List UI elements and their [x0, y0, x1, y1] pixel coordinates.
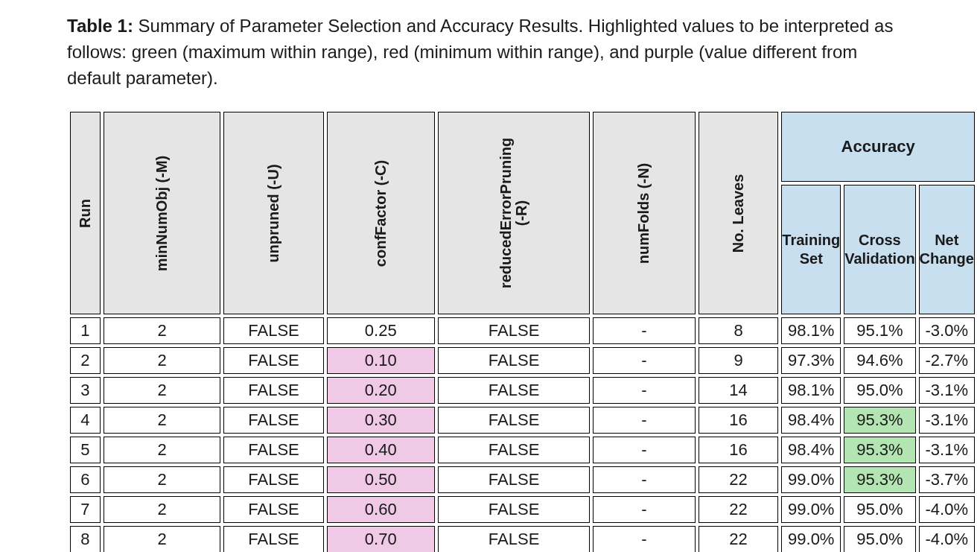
cell-minnumobj: 2 [104, 437, 221, 463]
cell-net-change: -4.0% [919, 526, 975, 552]
cell-training-set: 98.4% [781, 407, 841, 434]
cell-reducederrorpruning: FALSE [438, 437, 590, 463]
table-row: 52FALSE0.40FALSE-1698.4%95.3%-3.1% [70, 437, 975, 463]
cell-conffactor: 0.60 [327, 496, 435, 523]
cell-run: 7 [70, 496, 101, 523]
cell-numfolds: - [593, 347, 696, 374]
cell-unpruned: FALSE [223, 347, 323, 374]
cell-minnumobj: 2 [104, 317, 221, 344]
col-cross-validation: CrossValidation [844, 185, 915, 314]
cell-cross-validation: 95.0% [844, 526, 915, 552]
cell-training-set: 98.4% [781, 437, 841, 463]
cell-minnumobj: 2 [104, 496, 221, 523]
cell-reducederrorpruning: FALSE [438, 466, 590, 493]
cell-unpruned: FALSE [223, 407, 323, 434]
cell-net-change: -3.0% [919, 317, 975, 344]
col-unpruned: unpruned (-U) [223, 112, 323, 314]
cell-net-change: -3.7% [919, 466, 975, 493]
table-row: 82FALSE0.70FALSE-2299.0%95.0%-4.0% [70, 526, 975, 552]
table-body: 12FALSE0.25FALSE-898.1%95.1%-3.0%22FALSE… [70, 317, 975, 552]
cell-training-set: 99.0% [781, 496, 841, 523]
cell-no-leaves: 22 [699, 526, 779, 552]
col-accuracy-group: Accuracy [781, 112, 975, 182]
cell-minnumobj: 2 [104, 377, 221, 404]
col-minnumobj: minNumObj (-M) [104, 112, 221, 314]
cell-reducederrorpruning: FALSE [438, 526, 590, 552]
table-row: 22FALSE0.10FALSE-997.3%94.6%-2.7% [70, 347, 975, 374]
cell-conffactor: 0.70 [327, 526, 435, 552]
cell-reducederrorpruning: FALSE [438, 496, 590, 523]
cell-minnumobj: 2 [104, 526, 221, 552]
col-net-change: NetChange [919, 185, 975, 314]
cell-unpruned: FALSE [223, 377, 323, 404]
cell-reducederrorpruning: FALSE [438, 407, 590, 434]
table-caption: Table 1: Summary of Parameter Selection … [67, 13, 913, 91]
cell-run: 2 [70, 347, 101, 374]
col-reducederrorpruning: reducedErrorPruning(-R) [438, 112, 590, 314]
col-numfolds: numFolds (-N) [593, 112, 696, 314]
col-run: Run [70, 112, 101, 314]
cell-unpruned: FALSE [223, 317, 323, 344]
cell-reducederrorpruning: FALSE [438, 377, 590, 404]
cell-no-leaves: 9 [699, 347, 779, 374]
cell-training-set: 99.0% [781, 526, 841, 552]
cell-numfolds: - [593, 526, 696, 552]
col-training-set: TrainingSet [781, 185, 841, 314]
cell-numfolds: - [593, 377, 696, 404]
cell-net-change: -3.1% [919, 377, 975, 404]
cell-numfolds: - [593, 317, 696, 344]
cell-run: 8 [70, 526, 101, 552]
cell-no-leaves: 22 [699, 496, 779, 523]
cell-training-set: 99.0% [781, 466, 841, 493]
col-noleaves: No. Leaves [699, 112, 779, 314]
cell-cross-validation: 95.3% [844, 437, 915, 463]
col-conffactor: confFactor (-C) [327, 112, 435, 314]
cell-run: 5 [70, 437, 101, 463]
cell-cross-validation: 95.0% [844, 496, 915, 523]
cell-unpruned: FALSE [223, 526, 323, 552]
cell-conffactor: 0.10 [327, 347, 435, 374]
cell-no-leaves: 16 [699, 407, 779, 434]
cell-numfolds: - [593, 407, 696, 434]
cell-net-change: -3.1% [919, 437, 975, 463]
cell-net-change: -2.7% [919, 347, 975, 374]
cell-conffactor: 0.25 [327, 317, 435, 344]
table-row: 12FALSE0.25FALSE-898.1%95.1%-3.0% [70, 317, 975, 344]
table-row: 62FALSE0.50FALSE-2299.0%95.3%-3.7% [70, 466, 975, 493]
cell-net-change: -3.1% [919, 407, 975, 434]
cell-cross-validation: 95.1% [844, 317, 915, 344]
cell-no-leaves: 14 [699, 377, 779, 404]
cell-no-leaves: 8 [699, 317, 779, 344]
cell-reducederrorpruning: FALSE [438, 317, 590, 344]
cell-conffactor: 0.40 [327, 437, 435, 463]
cell-net-change: -4.0% [919, 496, 975, 523]
cell-reducederrorpruning: FALSE [438, 347, 590, 374]
cell-cross-validation: 95.3% [844, 407, 915, 434]
table-row: 32FALSE0.20FALSE-1498.1%95.0%-3.1% [70, 377, 975, 404]
cell-unpruned: FALSE [223, 496, 323, 523]
cell-no-leaves: 16 [699, 437, 779, 463]
cell-unpruned: FALSE [223, 437, 323, 463]
cell-numfolds: - [593, 437, 696, 463]
cell-conffactor: 0.50 [327, 466, 435, 493]
results-table: Run minNumObj (-M) unpruned (-U) confFac… [67, 109, 978, 552]
caption-label: Table 1: [67, 16, 133, 36]
cell-numfolds: - [593, 496, 696, 523]
cell-run: 1 [70, 317, 101, 344]
cell-cross-validation: 94.6% [844, 347, 915, 374]
cell-training-set: 98.1% [781, 317, 841, 344]
cell-minnumobj: 2 [104, 466, 221, 493]
cell-minnumobj: 2 [104, 347, 221, 374]
cell-conffactor: 0.20 [327, 377, 435, 404]
cell-run: 4 [70, 407, 101, 434]
cell-conffactor: 0.30 [327, 407, 435, 434]
table-row: 72FALSE0.60FALSE-2299.0%95.0%-4.0% [70, 496, 975, 523]
cell-minnumobj: 2 [104, 407, 221, 434]
table-row: 42FALSE0.30FALSE-1698.4%95.3%-3.1% [70, 407, 975, 434]
cell-run: 6 [70, 466, 101, 493]
cell-unpruned: FALSE [223, 466, 323, 493]
cell-training-set: 97.3% [781, 347, 841, 374]
cell-cross-validation: 95.0% [844, 377, 915, 404]
cell-no-leaves: 22 [699, 466, 779, 493]
caption-text: Summary of Parameter Selection and Accur… [67, 16, 893, 88]
